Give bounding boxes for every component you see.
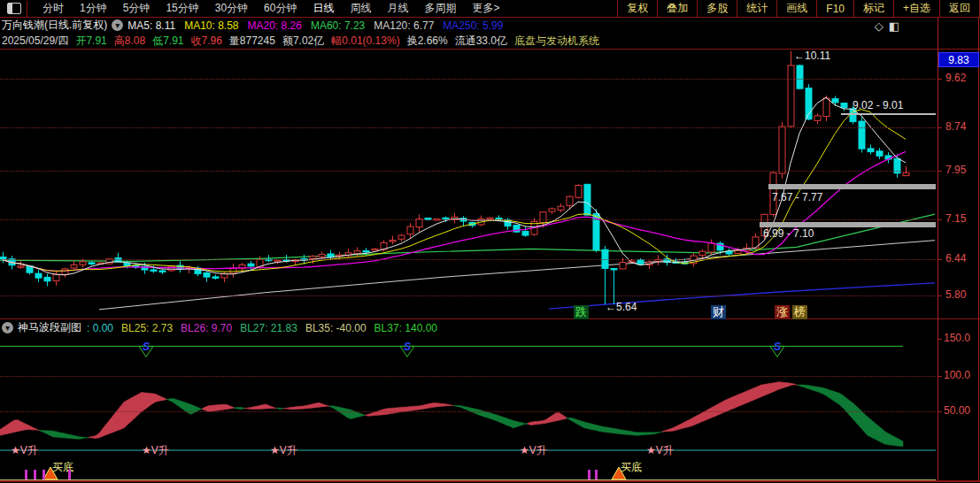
v-up-marker: ★V升 bbox=[520, 444, 547, 456]
price-annotation: ←5.64 bbox=[606, 301, 637, 313]
right-edge-border bbox=[978, 18, 979, 481]
period-toolbar: 分时1分钟5分钟15分钟30分钟60分钟日线周线月线多周期更多> 复权叠加多股统… bbox=[0, 0, 980, 18]
quote-field: 低7.91 bbox=[152, 34, 183, 49]
quote-field: 额7.02亿 bbox=[282, 34, 324, 49]
price-annotation: ←10.11 bbox=[794, 50, 830, 62]
axis-tick bbox=[938, 127, 942, 128]
quote-field: 收7.96 bbox=[190, 34, 221, 49]
bottom-border bbox=[0, 480, 980, 482]
tab-5分钟[interactable]: 5分钟 bbox=[115, 1, 158, 16]
tab-多周期[interactable]: 多周期 bbox=[416, 1, 464, 16]
action-buttons: 复权叠加多股统计画线F10标记+自选返回 bbox=[617, 0, 980, 17]
hot-link-财[interactable]: 财 bbox=[711, 305, 726, 319]
buy-bottom-marker: 买底 bbox=[621, 461, 642, 473]
axis-tick bbox=[938, 339, 942, 340]
axis-tick bbox=[938, 79, 942, 80]
indicator-name[interactable]: 神马波段副图 bbox=[18, 320, 81, 335]
hot-link-跌[interactable]: 跌 bbox=[574, 305, 589, 319]
tab-日线[interactable]: 日线 bbox=[305, 1, 342, 16]
hot-link-榜[interactable]: 榜 bbox=[792, 305, 807, 319]
axis-tick bbox=[938, 219, 942, 220]
price-gridline bbox=[0, 79, 936, 80]
axis-tick bbox=[938, 259, 942, 260]
price-axis-label: 8.74 bbox=[945, 120, 966, 133]
axis-tick bbox=[938, 171, 942, 172]
ma-value: MA20: 8.26 bbox=[248, 19, 302, 32]
sub-indicator-header: ▾ 神马波段副图 : 0.00BL25: 2.73BL26: 9.70BL27:… bbox=[0, 320, 938, 335]
quote-field: 换2.66% bbox=[407, 34, 448, 49]
quote-field: 幅0.01(0.13%) bbox=[331, 34, 399, 49]
trading-app-window: 分时1分钟5分钟15分钟30分钟60分钟日线周线月线多周期更多> 复权叠加多股统… bbox=[0, 0, 980, 483]
chevron-down-icon[interactable]: ▾ bbox=[112, 19, 123, 31]
axis-tick bbox=[938, 376, 942, 377]
price-annotation: 6.99 - 7.10 bbox=[763, 227, 814, 240]
indicator-values: : 0.00BL25: 2.73BL26: 9.70BL27: 21.83BL3… bbox=[87, 322, 445, 334]
quote-field: 高8.08 bbox=[114, 34, 145, 49]
ma-value: MA5: 8.11 bbox=[127, 19, 175, 32]
price-axis-label: 9.62 bbox=[945, 72, 966, 84]
sell-marker: S bbox=[774, 341, 781, 353]
sell-marker: S bbox=[143, 341, 150, 353]
resistance-zone bbox=[768, 184, 936, 189]
tab-30分钟[interactable]: 30分钟 bbox=[207, 1, 256, 16]
price-annotation: 9.02 - 9.01 bbox=[853, 99, 903, 111]
action-F10[interactable]: F10 bbox=[816, 0, 853, 17]
indicator-axis-label: 50.00 bbox=[944, 404, 970, 417]
quote-info-bar: 2025/05/29/四 开7.91高8.08低7.91收7.96量877245… bbox=[0, 34, 980, 48]
action-标记[interactable]: 标记 bbox=[853, 0, 893, 17]
diamond-icon[interactable]: ◇ bbox=[875, 19, 889, 33]
sub-indicator-chart[interactable]: SSS★V升★V升★V升★V升★V升买底买底 bbox=[0, 337, 938, 481]
v-up-marker: ★V升 bbox=[646, 444, 674, 456]
axis-tick bbox=[938, 295, 942, 296]
stock-title: 万向钱潮(日线.前复权) bbox=[2, 18, 107, 33]
tab-分时[interactable]: 分时 bbox=[35, 1, 72, 16]
panel-icon[interactable]: ◧ bbox=[889, 19, 905, 33]
price-axis-label: 7.15 bbox=[945, 212, 966, 225]
indicator-value: BL27: 21.83 bbox=[240, 322, 297, 334]
indicator-value: BL25: 2.73 bbox=[121, 322, 173, 334]
action-多股[interactable]: 多股 bbox=[697, 0, 737, 17]
ma-value-list: MA5: 8.11MA10: 8.58MA20: 8.26MA60: 7.23M… bbox=[127, 19, 512, 32]
chart-title-bar: 万向钱潮(日线.前复权) ▾ MA5: 8.11MA10: 8.58MA20: … bbox=[0, 18, 980, 33]
action-+自选[interactable]: +自选 bbox=[893, 0, 939, 17]
hot-link-涨[interactable]: 涨 bbox=[775, 305, 790, 319]
quote-field: 流通33.0亿 bbox=[455, 34, 507, 49]
price-gridline bbox=[0, 259, 936, 260]
quote-field: 开7.91 bbox=[75, 34, 106, 49]
price-gridline bbox=[0, 295, 936, 296]
action-画线[interactable]: 画线 bbox=[776, 0, 816, 17]
sector-label[interactable]: 底盘与发动机系统 bbox=[514, 34, 599, 49]
ma-value: MA60: 7.23 bbox=[311, 19, 365, 32]
price-gridline bbox=[0, 219, 936, 220]
period-tabs: 分时1分钟5分钟15分钟30分钟60分钟日线周线月线多周期更多> bbox=[35, 1, 507, 16]
ma-value: MA250: 5.99 bbox=[443, 19, 503, 32]
action-复权[interactable]: 复权 bbox=[617, 0, 657, 17]
tab-60分钟[interactable]: 60分钟 bbox=[256, 1, 305, 16]
panel-separator bbox=[0, 318, 980, 319]
ma-value: MA120: 6.77 bbox=[374, 19, 434, 32]
action-统计[interactable]: 统计 bbox=[737, 0, 776, 17]
v-up-marker: ★V升 bbox=[270, 444, 297, 456]
chart-corner-icons: ◇◧ bbox=[875, 19, 905, 33]
action-返回[interactable]: 返回 bbox=[939, 0, 980, 17]
date-label: 2025/05/29/四 bbox=[2, 34, 68, 49]
indicator-axis-label: 150.0 bbox=[944, 332, 970, 344]
price-axis-label: 7.95 bbox=[945, 164, 966, 176]
chart-top-border bbox=[0, 49, 980, 50]
indicator-gridline bbox=[0, 376, 936, 377]
indicator-value: BL35: -40.00 bbox=[305, 322, 367, 334]
chevron-down-icon[interactable]: ▾ bbox=[2, 322, 13, 334]
sell-marker: S bbox=[404, 341, 411, 353]
current-price-badge: 9.83 bbox=[938, 52, 979, 67]
axis-tick bbox=[938, 411, 942, 412]
window-split-icon[interactable] bbox=[7, 3, 21, 14]
action-叠加[interactable]: 叠加 bbox=[657, 0, 697, 17]
tab-周线[interactable]: 周线 bbox=[342, 1, 379, 16]
tab-月线[interactable]: 月线 bbox=[379, 1, 416, 16]
v-up-marker: ★V升 bbox=[142, 444, 169, 456]
tab-1分钟[interactable]: 1分钟 bbox=[72, 1, 115, 16]
indicator-axis-label: 100.0 bbox=[944, 369, 970, 381]
indicator-value: BL26: 9.70 bbox=[181, 322, 232, 334]
tab-15分钟[interactable]: 15分钟 bbox=[158, 1, 206, 16]
tab-更多>[interactable]: 更多> bbox=[464, 1, 507, 16]
